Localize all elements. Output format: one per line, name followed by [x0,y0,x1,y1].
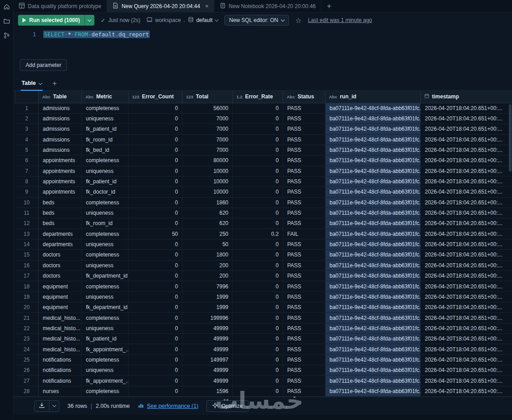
cell-table[interactable]: nurses [39,386,82,396]
cell-run_id[interactable]: ba07111e-9e42-48cf-8fda-abb63f01fc... [325,386,421,396]
cell-timestamp[interactable]: 2026-04-20T18:04:20.651+00:... [421,376,512,386]
tab-table-results[interactable]: Table [21,80,43,90]
cell-status[interactable]: PASS [283,281,325,292]
cell-timestamp[interactable]: 2026-04-20T18:04:20.651+00:... [421,229,512,239]
cell-metric[interactable]: completeness [82,250,129,260]
cell-error_rate[interactable]: 0 [233,323,283,333]
cell-error_rate[interactable]: 0 [233,260,283,270]
cell-error_count[interactable]: 0 [129,344,183,354]
cell-error_rate[interactable]: 0 [233,218,283,229]
cell-metric[interactable]: uniqueness [82,323,129,333]
row-index[interactable]: 11 [15,208,39,218]
cell-table[interactable]: doctors [39,250,82,260]
cell-metric[interactable]: completeness [82,229,129,239]
cell-timestamp[interactable]: 2026-04-20T18:04:20.651+00:... [421,271,512,281]
cell-run_id[interactable]: ba07111e-9e42-48cf-8fda-abb63f01fc... [325,134,421,145]
cell-table[interactable]: appointments [39,187,82,197]
cell-metric[interactable]: uniqueness [82,239,129,249]
cell-error_count[interactable]: 50 [129,229,183,239]
cell-total[interactable]: 620 [183,218,233,229]
cell-timestamp[interactable]: 2026-04-20T18:04:20.651+00:... [421,176,512,186]
cell-metric[interactable]: completeness [82,197,129,208]
cell-error_count[interactable]: 0 [129,302,183,313]
cell-run_id[interactable]: ba07111e-9e42-48cf-8fda-abb63f01fc... [325,302,421,313]
cell-table[interactable]: medical_histo... [39,313,82,323]
cell-status[interactable]: PASS [283,208,325,218]
cell-total[interactable]: 56000 [183,103,233,113]
cell-run_id[interactable]: ba07111e-9e42-48cf-8fda-abb63f01fc... [325,271,421,281]
cell-error_count[interactable]: 0 [129,281,183,292]
cell-status[interactable]: PASS [283,302,325,313]
cell-run_id[interactable]: ba07111e-9e42-48cf-8fda-abb63f01fc... [325,145,421,155]
code-line[interactable]: SELECT·*·FROM·default.dq_report [43,31,150,57]
column-header-status[interactable]: AbcStatus [283,91,325,103]
cell-error_rate[interactable]: 0 [233,176,283,186]
column-header-timestamp[interactable]: timestamp [421,91,512,103]
cell-status[interactable]: PASS [283,344,325,354]
cell-table[interactable]: appointments [39,166,82,176]
optimize-button[interactable]: Optimize [206,400,248,412]
row-index[interactable]: 8 [15,176,39,186]
cell-timestamp[interactable]: 2026-04-20T18:04:20.651+00:... [421,239,512,249]
cell-total[interactable]: 200 [183,271,233,281]
cell-timestamp[interactable]: 2026-04-20T18:04:20.651+00:... [421,365,512,376]
cell-status[interactable]: PASS [283,113,325,124]
cell-total[interactable]: 49999 [183,334,233,344]
cell-metric[interactable]: fk_department_id [82,271,129,281]
row-index[interactable]: 14 [15,239,39,249]
cell-error_rate[interactable]: 0 [233,208,283,218]
cell-metric[interactable]: completeness [82,103,129,113]
cell-total[interactable]: 1800 [183,250,233,260]
cell-error_count[interactable]: 0 [129,271,183,281]
column-header-total[interactable]: 123Total [183,91,233,103]
cell-timestamp[interactable]: 2026-04-20T18:04:20.651+00:... [421,187,512,197]
cell-error_count[interactable]: 0 [129,334,183,344]
row-index[interactable]: 18 [15,281,39,292]
cell-total[interactable]: 250 [183,229,233,239]
sql-editor-toggle[interactable]: New SQL editor: ON [224,15,289,26]
tab-new-query[interactable]: New Query 2026-04-20 20:04:44 × [107,0,214,12]
cell-status[interactable]: PASS [283,334,325,344]
cell-total[interactable]: 620 [183,208,233,218]
cell-total[interactable]: 1596 [183,386,233,396]
cell-table[interactable]: medical_histo... [39,344,82,354]
cell-total[interactable]: 7000 [183,145,233,155]
row-index[interactable]: 15 [15,250,39,260]
see-performance-link[interactable]: See performance (1) [138,402,199,410]
cell-table[interactable]: admissions [39,134,82,145]
cell-run_id[interactable]: ba07111e-9e42-48cf-8fda-abb63f01fc... [325,239,421,249]
cell-metric[interactable]: uniqueness [82,208,129,218]
column-header-error_rate[interactable]: 1.2Error_Rate [233,91,283,103]
cell-timestamp[interactable]: 2026-04-20T18:04:20.651+00:... [421,250,512,260]
catalog-selector[interactable]: workspace . default [147,17,218,24]
run-selected-button[interactable]: Run selected (1000) [18,15,94,26]
cell-status[interactable]: PASS [283,103,325,113]
cell-total[interactable]: 80000 [183,155,233,166]
cell-total[interactable]: 49999 [183,344,233,354]
new-tab-button[interactable]: + [321,0,337,12]
row-index[interactable]: 20 [15,302,39,313]
cell-error_rate[interactable]: 0 [233,313,283,323]
cell-metric[interactable]: completeness [82,155,129,166]
row-index[interactable]: 21 [15,313,39,323]
cell-run_id[interactable]: ba07111e-9e42-48cf-8fda-abb63f01fc... [325,166,421,176]
cell-run_id[interactable]: ba07111e-9e42-48cf-8fda-abb63f01fc... [325,281,421,292]
sql-editor[interactable]: 1 SELECT·*·FROM·default.dq_report [13,28,512,57]
cell-run_id[interactable]: ba07111e-9e42-48cf-8fda-abb63f01fc... [325,334,421,344]
cell-run_id[interactable]: ba07111e-9e42-48cf-8fda-abb63f01fc... [325,218,421,229]
cell-run_id[interactable]: ba07111e-9e42-48cf-8fda-abb63f01fc... [325,323,421,333]
branch-icon[interactable] [3,32,10,39]
cell-error_rate[interactable]: 0 [233,124,283,134]
cell-table[interactable]: admissions [39,145,82,155]
cell-total[interactable]: 7000 [183,134,233,145]
cell-table[interactable]: beds [39,197,82,208]
cell-timestamp[interactable]: 2026-04-20T18:04:20.651+00:... [421,124,512,134]
close-icon[interactable]: × [205,3,209,9]
cell-error_count[interactable]: 0 [129,145,183,155]
cell-error_rate[interactable]: 0 [233,365,283,376]
cell-total[interactable]: 200 [183,260,233,270]
cell-timestamp[interactable]: 2026-04-20T18:04:20.651+00:... [421,292,512,302]
cell-error_count[interactable]: 0 [129,354,183,365]
cell-metric[interactable]: fk_appointment_... [82,376,129,386]
cell-status[interactable]: FAIL [283,229,325,239]
